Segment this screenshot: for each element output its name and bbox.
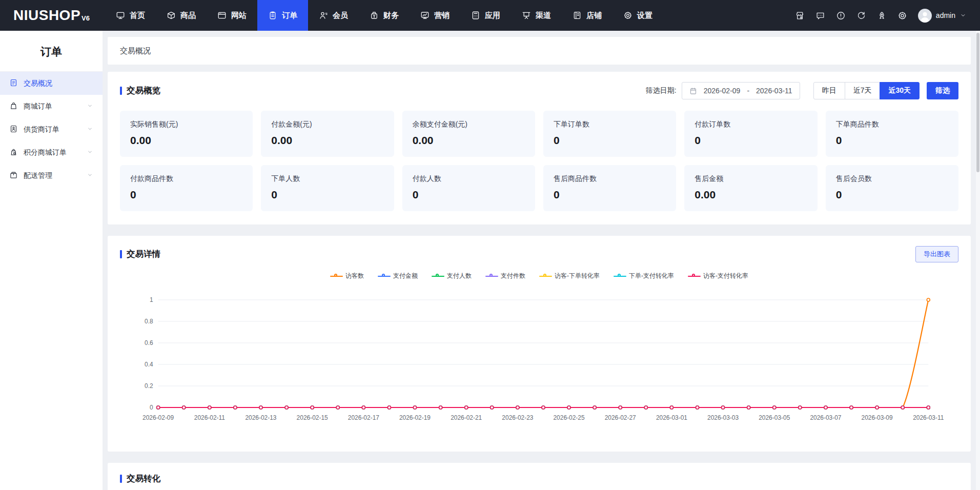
scrollbar-thumb[interactable] [976,33,979,172]
member-icon [319,11,328,20]
store-icon [573,11,582,20]
svg-text:2026-02-13: 2026-02-13 [245,414,276,421]
start-date-value: 2026-02-09 [704,87,741,95]
nav-item-channel[interactable]: 渠道 [511,0,562,31]
legend-marker [485,273,498,279]
stat-card: 付款金额(元)0.00 [261,111,394,157]
legend-item[interactable]: 支付金额 [378,272,418,280]
stat-card: 售后金额0.00 [684,165,817,211]
nav-item-marketing[interactable]: 营销 [410,0,460,31]
notice-icon[interactable] [836,11,846,21]
stats-grid: 实际销售额(元)0.00付款金额(元)0.00余额支付金额(元)0.00下单订单… [120,111,958,211]
bag-icon [9,101,18,112]
nav-item-finance[interactable]: 财务 [359,0,410,31]
nav-item-apps[interactable]: 应用 [460,0,511,31]
sidebar-item-points-mall-orders[interactable]: 积分商城订单 [0,141,103,164]
legend-item[interactable]: 下单-支付转化率 [614,272,674,280]
range-button-yesterday[interactable]: 昨日 [813,82,845,99]
stat-card: 付款订单数0 [684,111,817,157]
legend-item[interactable]: 支付人数 [432,272,472,280]
stat-value: 0 [695,134,807,147]
nav-item-goods[interactable]: 商品 [156,0,207,31]
details-card: 交易详情 导出图表 访客数支付金额支付人数支付件数访客-下单转化率下单-支付转化… [108,236,971,452]
message-icon[interactable] [815,11,825,21]
settings-icon [623,11,632,20]
nav-right-tools: admin [795,0,980,31]
svg-text:2026-02-27: 2026-02-27 [605,414,636,421]
website-icon [217,11,227,20]
export-chart-button[interactable]: 导出图表 [915,246,958,262]
legend-label: 支付件数 [501,272,525,280]
sidebar-item-trade-overview[interactable]: 交易概况 [0,72,103,95]
date-range-input[interactable]: 2026-02-09 - 2026-03-11 [682,82,800,99]
chevron-down-icon [87,172,93,180]
svg-text:2026-03-07: 2026-03-07 [810,414,841,421]
gear-icon[interactable] [897,11,907,21]
stat-value: 0 [413,189,525,201]
sidebar-item-mall-orders[interactable]: 商城订单 [0,95,103,118]
legend-item[interactable]: 访客数 [330,272,364,280]
legend-label: 访客数 [345,272,364,280]
stat-label: 售后商品件数 [554,174,666,183]
legend-marker [539,273,552,279]
nav-item-site[interactable]: 网站 [207,0,257,31]
main-content: 交易概况 交易概览 筛选日期: 2026-02-09 - 2026-03-11 … [103,31,976,490]
nav-item-store[interactable]: 店铺 [562,0,612,31]
nav-item-member[interactable]: 会员 [308,0,359,31]
legend-item[interactable]: 访客-支付转化率 [688,272,748,280]
legend-label: 支付人数 [447,272,472,280]
stat-card: 售后商品件数0 [543,165,676,211]
stat-card: 下单订单数0 [543,111,676,157]
sidebar: 订单 交易概况商城订单供货商订单积分商城订单配送管理 [0,31,103,490]
svg-text:2026-03-11: 2026-03-11 [913,414,944,421]
sidebar-item-delivery[interactable]: 配送管理 [0,164,103,187]
stat-label: 下单订单数 [554,120,666,129]
range-button-last30[interactable]: 近30天 [880,82,920,99]
upgrade-icon[interactable] [877,11,887,21]
apps-icon [471,11,480,20]
filter-submit-button[interactable]: 筛选 [927,82,958,99]
stat-card: 实际销售额(元)0.00 [120,111,253,157]
legend-item[interactable]: 访客-下单转化率 [539,272,600,280]
supplier-icon [9,125,18,135]
svg-text:2026-02-19: 2026-02-19 [399,414,431,421]
sidebar-item-supplier-orders[interactable]: 供货商订单 [0,118,103,141]
storefront-icon[interactable] [795,11,805,21]
sidebar-title: 订单 [0,31,103,71]
filter-date-label: 筛选日期: [646,86,677,95]
stat-card: 下单人数0 [261,165,394,211]
stat-card: 余额支付金额(元)0.00 [402,111,535,157]
stat-card: 下单商品件数0 [826,111,958,157]
stat-label: 付款人数 [413,174,525,183]
stat-value: 0 [836,134,948,147]
stat-label: 售后会员数 [836,174,948,183]
refresh-icon[interactable] [856,11,866,21]
stat-value: 0 [271,189,383,201]
stat-label: 售后金额 [695,174,807,183]
stat-value: 0 [554,134,666,147]
marketing-icon [420,11,430,20]
chevron-down-icon [87,103,93,111]
svg-text:2026-03-09: 2026-03-09 [862,414,893,421]
nav-item-settings[interactable]: 设置 [612,0,663,31]
svg-text:0.4: 0.4 [145,361,153,368]
range-button-last7[interactable]: 近7天 [845,82,881,99]
user-menu[interactable]: admin [918,9,967,23]
nav-item-home[interactable]: 首页 [105,0,156,31]
nav-item-order[interactable]: 订单 [257,0,308,31]
delivery-icon [9,171,18,181]
brand-logo: NIUSHOP V6 [0,0,105,31]
scrollbar-track[interactable] [976,31,980,490]
legend-item[interactable]: 支付件数 [485,272,525,280]
order-icon [268,11,277,20]
points-icon [9,148,18,158]
svg-text:0.6: 0.6 [145,339,153,346]
range-buttons: 昨日近7天近30天 [813,82,920,99]
section-title-details: 交易详情 [120,249,160,260]
svg-text:2026-02-21: 2026-02-21 [451,414,482,421]
brand-name: NIUSHOP [13,7,80,24]
stat-label: 下单人数 [271,174,383,183]
stat-card: 售后会员数0 [826,165,958,211]
scrollbar[interactable] [976,31,980,490]
section-title-overview: 交易概览 [120,85,160,96]
